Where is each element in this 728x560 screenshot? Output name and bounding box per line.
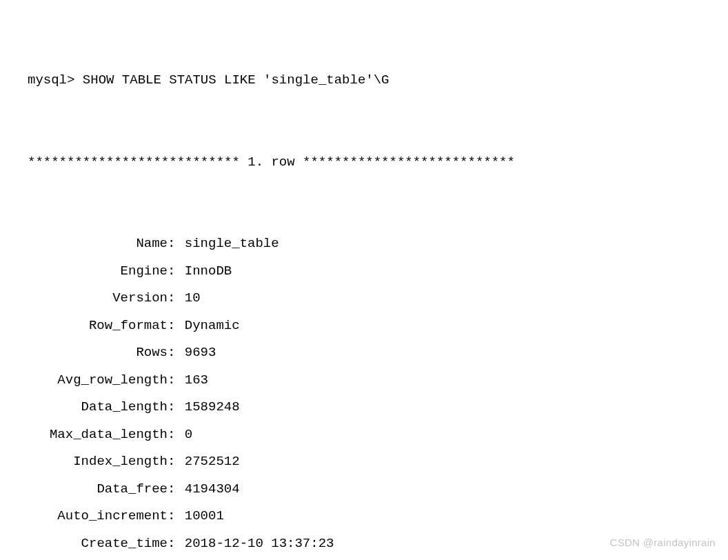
fields-container: Name: single_tableEngine: InnoDBVersion:… bbox=[28, 230, 700, 560]
field-separator: : bbox=[168, 285, 185, 312]
field-separator: : bbox=[168, 530, 185, 558]
field-value: 0 bbox=[185, 421, 192, 449]
field-label: Engine bbox=[28, 258, 168, 286]
field-value: 2752512 bbox=[185, 448, 240, 476]
field-value: 10 bbox=[185, 285, 201, 312]
field-label: Row_format bbox=[28, 312, 168, 340]
command-line: mysql> SHOW TABLE STATUS LIKE 'single_ta… bbox=[28, 67, 700, 94]
field-separator: : bbox=[168, 557, 185, 560]
field-row: Data_free: 4194304 bbox=[28, 476, 700, 503]
field-separator: : bbox=[168, 230, 185, 258]
field-separator: : bbox=[168, 367, 185, 394]
mysql-prompt: mysql> bbox=[28, 72, 74, 88]
field-row: Update_time: 2018-12-10 13:38:03 bbox=[28, 557, 700, 560]
field-label: Avg_row_length bbox=[28, 367, 168, 394]
field-value: Dynamic bbox=[185, 312, 240, 340]
field-row: Auto_increment: 10001 bbox=[28, 503, 700, 530]
field-row: Index_length: 2752512 bbox=[28, 448, 700, 476]
field-row: Row_format: Dynamic bbox=[28, 312, 700, 340]
field-separator: : bbox=[168, 394, 185, 421]
field-value: InnoDB bbox=[185, 258, 232, 286]
field-separator: : bbox=[168, 312, 185, 340]
field-label: Version bbox=[28, 285, 168, 312]
field-separator: : bbox=[168, 476, 185, 503]
field-value: 10001 bbox=[185, 503, 224, 530]
field-separator: : bbox=[168, 258, 185, 286]
field-value: 4194304 bbox=[185, 476, 240, 503]
field-label: Update_time bbox=[28, 557, 168, 560]
field-value: 163 bbox=[185, 367, 208, 394]
terminal-output: mysql> SHOW TABLE STATUS LIKE 'single_ta… bbox=[28, 12, 700, 560]
field-separator: : bbox=[168, 339, 185, 367]
field-value: 2018-12-10 13:37:23 bbox=[185, 530, 334, 558]
field-separator: : bbox=[168, 503, 185, 530]
field-label: Max_data_length bbox=[28, 421, 168, 449]
field-value: 2018-12-10 13:38:03 bbox=[185, 557, 334, 560]
field-value: 1589248 bbox=[185, 394, 240, 421]
field-row: Engine: InnoDB bbox=[28, 258, 700, 286]
sql-command: SHOW TABLE STATUS LIKE 'single_table'\G bbox=[83, 72, 390, 88]
field-value: single_table bbox=[185, 230, 279, 258]
field-row: Avg_row_length: 163 bbox=[28, 367, 700, 394]
field-row: Name: single_table bbox=[28, 230, 700, 258]
field-label: Name bbox=[28, 230, 168, 258]
row-separator: *************************** 1. row *****… bbox=[28, 149, 700, 177]
field-label: Auto_increment bbox=[28, 503, 168, 530]
field-row: Create_time: 2018-12-10 13:37:23 bbox=[28, 530, 700, 558]
watermark: CSDN @raindayinrain bbox=[610, 532, 716, 553]
field-label: Data_length bbox=[28, 394, 168, 421]
field-label: Rows bbox=[28, 339, 168, 367]
field-label: Index_length bbox=[28, 448, 168, 476]
field-row: Rows: 9693 bbox=[28, 339, 700, 367]
field-separator: : bbox=[168, 448, 185, 476]
field-value: 9693 bbox=[185, 339, 216, 367]
field-row: Max_data_length: 0 bbox=[28, 421, 700, 449]
field-separator: : bbox=[168, 421, 185, 449]
field-row: Data_length: 1589248 bbox=[28, 394, 700, 421]
field-label: Data_free bbox=[28, 476, 168, 503]
field-row: Version: 10 bbox=[28, 285, 700, 312]
field-label: Create_time bbox=[28, 530, 168, 558]
